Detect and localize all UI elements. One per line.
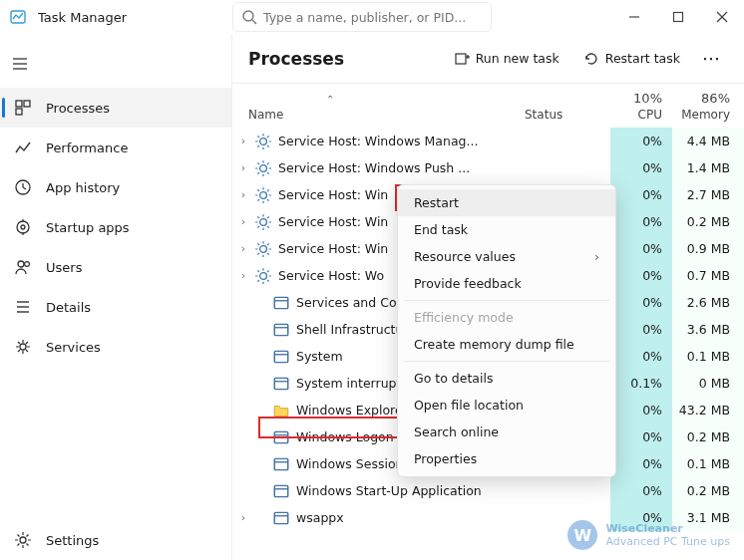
app-icon <box>272 294 290 312</box>
sidebar-item-services[interactable]: Services <box>0 327 231 367</box>
svg-point-31 <box>260 218 267 225</box>
menu-item[interactable]: Provide feedback <box>398 270 615 297</box>
menu-item[interactable]: Properties <box>398 445 615 472</box>
app-icon <box>272 348 290 366</box>
close-button[interactable] <box>700 2 744 32</box>
gear-icon <box>254 240 272 258</box>
sidebar-item-users[interactable]: Users <box>0 247 231 287</box>
sidebar-item-performance[interactable]: Performance <box>0 128 231 167</box>
page-title: Processes <box>248 49 344 69</box>
menu-item-label: Search online <box>414 424 499 439</box>
expand-toggle: › <box>232 377 254 390</box>
process-cpu: 0% <box>610 181 672 208</box>
process-memory: 1.4 MB <box>672 154 744 181</box>
process-memory: 43.2 MB <box>672 397 744 423</box>
expand-toggle: › <box>232 430 254 443</box>
more-button[interactable]: ⋯ <box>696 46 728 71</box>
process-cpu: 0% <box>610 343 672 370</box>
menu-item-label: Properties <box>414 451 477 466</box>
memory-usage-total: 86% <box>701 91 730 106</box>
svg-point-23 <box>20 344 26 350</box>
sidebar-item-settings[interactable]: Settings <box>0 520 231 560</box>
sort-caret-icon: ⌃ <box>326 94 334 105</box>
process-cpu: 0% <box>610 235 672 262</box>
process-memory: 4.4 MB <box>672 128 744 154</box>
expand-toggle[interactable]: › <box>232 215 254 228</box>
maximize-button[interactable] <box>656 2 700 32</box>
column-cpu[interactable]: 10% CPU <box>610 91 672 122</box>
processes-icon <box>14 99 32 117</box>
expand-toggle[interactable]: › <box>232 269 254 282</box>
svg-rect-25 <box>456 54 466 64</box>
history-icon <box>14 178 32 196</box>
restart-icon <box>583 51 599 67</box>
expand-toggle: › <box>232 296 254 309</box>
process-cpu: 0% <box>610 450 672 477</box>
sidebar-item-processes[interactable]: Processes <box>0 88 231 128</box>
table-row[interactable]: ›Windows Start-Up Application0%0.2 MB <box>232 477 744 504</box>
expand-toggle[interactable]: › <box>232 511 254 524</box>
app-title: Task Manager <box>38 10 127 25</box>
expand-toggle[interactable]: › <box>232 135 254 147</box>
menu-item[interactable]: Search online <box>398 419 615 445</box>
menu-item[interactable]: Go to details <box>398 365 615 392</box>
column-name[interactable]: ⌃ Name <box>248 108 525 122</box>
app-icon <box>272 375 290 393</box>
menu-item[interactable]: Resource values› <box>398 243 615 270</box>
process-cpu: 0% <box>610 208 672 235</box>
svg-rect-42 <box>274 431 288 442</box>
svg-point-14 <box>17 221 29 233</box>
svg-rect-40 <box>274 378 288 389</box>
expand-toggle: › <box>232 323 254 336</box>
search-bar[interactable] <box>232 2 492 32</box>
expand-toggle[interactable]: › <box>232 188 254 201</box>
sidebar-item-label: Processes <box>46 101 110 116</box>
expand-toggle[interactable]: › <box>232 161 254 174</box>
column-memory[interactable]: 86% Memory <box>672 91 744 122</box>
menu-item[interactable]: Create memory dump file <box>398 331 615 358</box>
process-memory: 2.6 MB <box>672 289 744 316</box>
svg-rect-36 <box>274 324 288 335</box>
table-row[interactable]: ›wsappx0%3.1 MB <box>232 504 744 531</box>
process-cpu: 0% <box>610 423 672 450</box>
menu-separator <box>404 361 609 362</box>
run-new-task-label: Run new task <box>476 51 559 66</box>
sidebar-item-history[interactable]: App history <box>0 167 231 207</box>
process-cpu: 0% <box>610 128 672 154</box>
menu-item-label: Open file location <box>414 398 524 413</box>
run-new-task-button[interactable]: Run new task <box>446 47 567 71</box>
process-cpu: 0% <box>610 262 672 289</box>
svg-rect-10 <box>16 101 22 107</box>
table-row[interactable]: ›Service Host: Windows Push ...0%1.4 MB <box>232 154 744 181</box>
table-row[interactable]: ›Service Host: Windows Manag...0%4.4 MB <box>232 128 744 154</box>
process-name: Service Host: Windows Manag... <box>278 134 525 148</box>
process-memory: 3.6 MB <box>672 316 744 343</box>
sidebar-item-startup[interactable]: Startup apps <box>0 207 231 247</box>
menu-item[interactable]: Open file location <box>398 392 615 419</box>
gear-icon <box>14 531 32 549</box>
process-name: Service Host: Windows Push ... <box>278 160 525 175</box>
sidebar: Processes Performance App history Startu… <box>0 34 232 560</box>
details-icon <box>14 298 32 316</box>
hamburger-button[interactable] <box>0 46 40 82</box>
column-status[interactable]: Status <box>525 108 610 122</box>
menu-item[interactable]: End task <box>398 216 615 243</box>
restart-task-button[interactable]: Restart task <box>575 47 688 71</box>
run-task-icon <box>454 51 470 67</box>
menu-item[interactable]: Restart <box>398 189 615 216</box>
process-cpu: 0% <box>610 289 672 316</box>
svg-point-19 <box>25 262 30 267</box>
menu-item-label: Restart <box>414 195 459 210</box>
minimize-button[interactable] <box>612 2 656 32</box>
sidebar-item-details[interactable]: Details <box>0 287 231 327</box>
expand-toggle[interactable]: › <box>232 242 254 255</box>
users-icon <box>14 258 32 276</box>
context-menu: RestartEnd taskResource values›Provide f… <box>397 184 616 477</box>
sidebar-item-label: Details <box>46 300 91 315</box>
process-memory: 0.7 MB <box>672 262 744 289</box>
search-icon <box>241 9 257 25</box>
search-input[interactable] <box>263 10 483 25</box>
app-icon <box>10 9 26 25</box>
process-memory: 2.7 MB <box>672 181 744 208</box>
svg-point-18 <box>18 261 24 267</box>
